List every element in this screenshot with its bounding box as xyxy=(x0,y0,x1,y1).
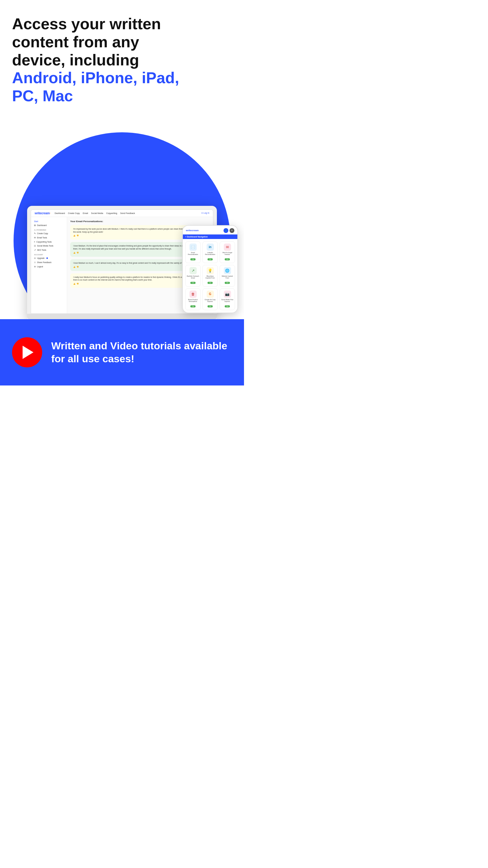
nav-links: Dashboard Create Copy Email Social Media… xyxy=(55,212,197,214)
grid-btn-1[interactable]: Use xyxy=(207,258,213,260)
phone-mockup: writecream 👤 ≡ ≡ Dashboard Navigation ✉️… xyxy=(182,225,238,313)
hero-title-blue-line2: PC, Mac xyxy=(12,87,73,104)
hero-title-black-line1: Access your written xyxy=(12,15,161,33)
phone-header: writecream 👤 ≡ xyxy=(183,226,237,235)
grid-btn-5[interactable]: Use xyxy=(225,282,230,284)
grid-label-1: LinkedIn Personalization xyxy=(204,252,216,255)
sidebar-item-share-feedback[interactable]: ✩ Share Feedback xyxy=(31,260,67,265)
upgrade-dot xyxy=(46,257,48,259)
nav-create-copy[interactable]: Create Copy xyxy=(68,212,80,214)
grid-icon-3: ↗ xyxy=(190,267,197,274)
app-navbar: writecream· Dashboard Create Copy Email … xyxy=(31,210,213,217)
grid-label-5: Website Inspired From xyxy=(221,275,233,279)
phone-grid-item-3[interactable]: ↗ Backlink Outreach Email Use xyxy=(185,265,201,287)
nav-login-button[interactable]: ⊙ Log In xyxy=(201,212,209,214)
app-logo: writecream· xyxy=(35,212,50,215)
dashboard-icon: ⊞ xyxy=(34,224,36,227)
email-personalization-title: Your Email Personalizations: xyxy=(70,220,210,223)
thumbs-up-icon-2[interactable]: 👍 xyxy=(73,252,75,254)
app-sidebar: Start ⊞ Dashboard A.I Powered ✎ Create C… xyxy=(31,217,67,313)
bottom-section: Written and Video tutorials available fo… xyxy=(0,319,244,385)
grid-label-3: Backlink Outreach Email xyxy=(187,275,199,279)
thumbs-down-icon-3[interactable]: 👎 xyxy=(76,266,78,269)
grid-btn-4[interactable]: Use xyxy=(207,282,213,284)
phone-logo: writecream xyxy=(186,229,198,232)
grid-btn-0[interactable]: Use xyxy=(190,258,195,260)
phone-grid: ✉️ Email Personalization Use in LinkedIn… xyxy=(183,239,237,313)
hero-title: Access your written content from any dev… xyxy=(12,15,232,105)
grid-label-8: Social Media Post Express xyxy=(221,299,233,303)
phone-grid-item-2[interactable]: ✉ Pitch An Angel Investor Use xyxy=(220,241,235,263)
hero-title-blue-line1: Android, iPhone, iPad, xyxy=(12,69,179,87)
sidebar-start-label: Start xyxy=(34,220,38,222)
nav-send-feedback[interactable]: Send Feedback xyxy=(120,212,135,214)
thumbs-up-icon-1[interactable]: 👍 xyxy=(73,235,75,237)
sidebar-ai-section: A.I Powered xyxy=(31,227,67,231)
upgrade-icon: ⊙ xyxy=(34,257,36,259)
create-copy-icon: ✎ xyxy=(34,232,36,235)
phone-grid-item-5[interactable]: 🌐 Website Inspired From Use xyxy=(220,265,235,287)
grid-icon-8: 📷 xyxy=(224,290,231,298)
grid-label-2: Pitch An Angel Investor xyxy=(221,252,233,255)
grid-icon-1: in xyxy=(207,244,214,251)
hero-section: Access your written content from any dev… xyxy=(0,0,244,114)
social-media-icon: ⊡ xyxy=(34,245,36,247)
phone-menu-icon[interactable]: ≡ xyxy=(230,228,234,233)
sidebar-item-upgrade[interactable]: ⊙ Upgrade xyxy=(31,256,67,260)
phone-grid-item-6[interactable]: 🗑 Brand Product Descriptions Use xyxy=(185,288,201,310)
grid-label-0: Email Personalization xyxy=(187,252,199,255)
hero-title-black-line3: device, including xyxy=(12,51,139,69)
grid-label-6: Brand Product Descriptions xyxy=(187,299,199,303)
grid-btn-6[interactable]: Use xyxy=(190,305,195,307)
grid-btn-3[interactable]: Use xyxy=(190,282,195,284)
thumbs-down-icon-1[interactable]: 👎 xyxy=(76,235,78,237)
sidebar-item-email-tools[interactable]: ✉ Email Tools xyxy=(31,236,67,240)
sidebar-account-section: Account xyxy=(31,252,67,256)
play-icon xyxy=(23,346,33,359)
grid-btn-2[interactable]: Use xyxy=(225,258,230,260)
grid-icon-0: ✉️ xyxy=(190,244,197,251)
phone-grid-item-0[interactable]: ✉️ Email Personalization Use xyxy=(185,241,201,263)
youtube-button[interactable] xyxy=(12,337,42,367)
seo-icon: ↗ xyxy=(34,249,36,251)
phone-grid-item-8[interactable]: 📷 Social Media Post Express Use xyxy=(220,288,235,310)
hero-title-black-line2: content from any xyxy=(12,33,139,51)
grid-label-7: Google Ad Copy Express xyxy=(204,299,216,303)
grid-btn-8[interactable]: Use xyxy=(225,305,230,307)
phone-wrapper: writecream 👤 ≡ ≡ Dashboard Navigation ✉️… xyxy=(182,225,238,313)
phone-grid-item-7[interactable]: G Google Ad Copy Express Use xyxy=(202,288,218,310)
nav-dashboard[interactable]: Dashboard xyxy=(55,212,65,214)
laptop-base xyxy=(27,314,217,319)
grid-icon-4: 💡 xyxy=(207,267,214,274)
bottom-text: Written and Video tutorials available fo… xyxy=(51,339,232,365)
phone-grid-item-1[interactable]: in LinkedIn Personalization Use xyxy=(202,241,218,263)
nav-email[interactable]: Email xyxy=(83,212,88,214)
sidebar-item-start[interactable]: Start xyxy=(31,219,67,223)
sidebar-item-logout[interactable]: ⊖ Logout xyxy=(31,265,67,269)
phone-grid-item-4[interactable]: 💡 Blog Ideas Inspired From Use xyxy=(202,265,218,287)
email-tools-icon: ✉ xyxy=(34,237,36,239)
phone-nav-bar: ≡ Dashboard Navigation xyxy=(183,235,237,239)
nav-social-media[interactable]: Social Media xyxy=(91,212,103,214)
sidebar-item-dashboard[interactable]: ⊞ Dashboard xyxy=(31,223,67,227)
copywriting-icon: ≡ xyxy=(34,241,35,243)
nav-copywriting[interactable]: Copywriting xyxy=(106,212,117,214)
mockup-section: writecream· Dashboard Create Copy Email … xyxy=(0,114,244,319)
grid-icon-2: ✉ xyxy=(224,244,231,251)
thumbs-up-icon-3[interactable]: 👍 xyxy=(73,266,75,269)
grid-icon-6: 🗑 xyxy=(190,290,197,298)
logo-accent: · xyxy=(50,212,50,215)
grid-label-4: Blog Ideas Inspired From xyxy=(204,275,216,279)
thumbs-down-icon-4[interactable]: 👎 xyxy=(76,283,78,285)
thumbs-down-icon-2[interactable]: 👎 xyxy=(76,252,78,254)
sidebar-item-social-media-tools[interactable]: ⊡ Social Media Tools xyxy=(31,244,67,248)
sidebar-item-copywriting-tools[interactable]: ≡ Copywriting Tools xyxy=(31,240,67,244)
sidebar-item-seo-tools[interactable]: ↗ SEO Tools xyxy=(31,248,67,252)
grid-icon-5: 🌐 xyxy=(224,267,231,274)
sidebar-item-create-copy[interactable]: ✎ Create Copy xyxy=(31,231,67,236)
thumbs-up-icon-4[interactable]: 👍 xyxy=(73,283,75,285)
grid-btn-7[interactable]: Use xyxy=(207,305,213,307)
logout-icon: ⊖ xyxy=(34,266,36,268)
share-feedback-icon: ✩ xyxy=(34,261,36,264)
phone-header-icons: 👤 ≡ xyxy=(224,228,234,233)
